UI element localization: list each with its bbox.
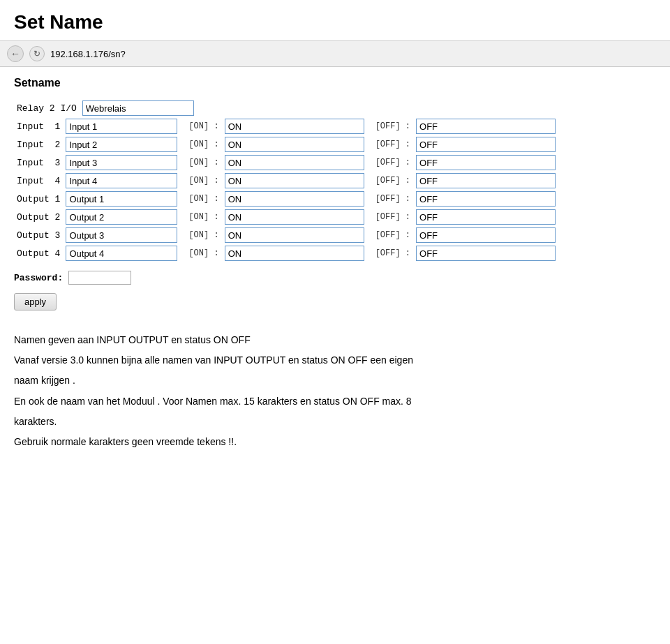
table-row-7: Output 3 [ON] : [OFF] : [14, 226, 558, 244]
row-on-prefix-1: [ON] : [180, 135, 221, 153]
row-label-4: Output 1 [14, 190, 63, 208]
row-off-prefix-7: [OFF] : [367, 244, 413, 262]
row-off-prefix-3: [OFF] : [367, 172, 413, 190]
row-off-input-3[interactable] [416, 173, 556, 188]
row-off-cell-2 [413, 153, 558, 172]
row-off-cell-5 [413, 208, 558, 226]
table-row-4: Input 4 [ON] : [OFF] : [14, 172, 558, 190]
row-on-input-0[interactable] [225, 119, 364, 134]
refresh-button[interactable]: ↻ [29, 46, 45, 61]
table-row-8: Output 4 [ON] : [OFF] : [14, 244, 558, 262]
row-name-cell-2 [63, 153, 180, 172]
row-on-prefix-3: [ON] : [180, 172, 221, 190]
row-off-prefix-4: [OFF] : [367, 190, 413, 208]
table-row-2: Input 2 [ON] : [OFF] : [14, 135, 558, 153]
row-on-input-7[interactable] [225, 246, 364, 261]
row-on-input-6[interactable] [225, 227, 364, 243]
row-off-cell-3 [413, 172, 558, 190]
row-off-input-0[interactable] [416, 119, 556, 134]
row-off-prefix-6: [OFF] : [367, 226, 413, 244]
row-name-input-1[interactable] [66, 137, 177, 152]
table-row-3: Input 3 [ON] : [OFF] : [14, 153, 558, 172]
row-off-input-4[interactable] [416, 191, 556, 207]
back-button[interactable]: ← [7, 45, 24, 62]
desc-line2: Vanaf versie 3.0 kunnen bijna alle namen… [14, 352, 656, 369]
apply-button[interactable]: apply [14, 293, 57, 310]
row-name-input-0[interactable] [66, 119, 177, 134]
desc-line1: Namen geven aan INPUT OUTPUT en status O… [14, 331, 656, 349]
row-on-input-4[interactable] [225, 191, 364, 207]
row-off-prefix-5: [OFF] : [367, 208, 413, 226]
row-off-prefix-2: [OFF] : [367, 153, 413, 172]
row-off-input-7[interactable] [416, 246, 556, 261]
row-label-6: Output 3 [14, 226, 63, 244]
content-area: Setname Relay 2 I/O Input 1 [ON] : [O [0, 67, 670, 467]
row-on-input-5[interactable] [225, 209, 364, 225]
row-on-cell-0 [222, 117, 367, 135]
password-input[interactable] [68, 271, 131, 285]
row-on-prefix-4: [ON] : [180, 190, 221, 208]
row-on-prefix-0: [ON] : [180, 117, 221, 135]
section-title: Setname [14, 77, 656, 89]
relay-label: Relay 2 I/O [14, 99, 80, 117]
row-name-input-7[interactable] [66, 246, 177, 261]
row-on-input-3[interactable] [225, 173, 364, 188]
row-label-1: Input 2 [14, 135, 63, 153]
table-row-1: Input 1 [ON] : [OFF] : [14, 117, 558, 135]
row-name-cell-1 [63, 135, 180, 153]
row-name-cell-4 [63, 190, 180, 208]
row-name-cell-0 [63, 117, 180, 135]
row-on-cell-6 [222, 226, 367, 244]
table-row-5: Output 1 [ON] : [OFF] : [14, 190, 558, 208]
desc-line6: Gebruik normale karakters geen vreemde t… [14, 433, 656, 451]
row-on-cell-4 [222, 190, 367, 208]
row-on-cell-1 [222, 135, 367, 153]
password-label: Password: [14, 273, 63, 283]
row-label-5: Output 2 [14, 208, 63, 226]
row-on-cell-2 [222, 153, 367, 172]
row-off-input-5[interactable] [416, 209, 556, 225]
row-name-cell-5 [63, 208, 180, 226]
browser-bar: ← ↻ 192.168.1.176/sn? [0, 40, 670, 67]
row-name-input-6[interactable] [66, 227, 177, 243]
desc-line4: En ook de naam van het Moduul . Voor Nam… [14, 393, 656, 410]
row-on-cell-7 [222, 244, 367, 262]
row-off-cell-0 [413, 117, 558, 135]
row-off-cell-4 [413, 190, 558, 208]
row-label-2: Input 3 [14, 153, 63, 172]
row-on-cell-3 [222, 172, 367, 190]
row-on-cell-5 [222, 208, 367, 226]
row-name-input-5[interactable] [66, 209, 177, 225]
row-name-input-3[interactable] [66, 173, 177, 188]
row-off-prefix-1: [OFF] : [367, 135, 413, 153]
row-off-input-2[interactable] [416, 155, 556, 170]
url-display: 192.168.1.176/sn? [50, 49, 126, 59]
row-name-cell-7 [63, 244, 180, 262]
row-label-0: Input 1 [14, 117, 63, 135]
relay-name-input[interactable] [82, 100, 194, 116]
row-off-input-1[interactable] [416, 137, 556, 152]
setname-table: Relay 2 I/O [14, 99, 219, 117]
row-off-prefix-0: [OFF] : [367, 117, 413, 135]
desc-line3: naam krijgen . [14, 372, 656, 389]
row-on-prefix-6: [ON] : [180, 226, 221, 244]
row-name-cell-3 [63, 172, 180, 190]
table-row-6: Output 2 [ON] : [OFF] : [14, 208, 558, 226]
password-row: Password: [14, 271, 656, 285]
row-on-prefix-2: [ON] : [180, 153, 221, 172]
row-off-cell-6 [413, 226, 558, 244]
row-on-input-1[interactable] [225, 137, 364, 152]
relay-row: Relay 2 I/O [14, 99, 219, 117]
row-off-input-6[interactable] [416, 227, 556, 243]
rows-table: Input 1 [ON] : [OFF] : Input 2 [ON] : [O… [14, 117, 558, 262]
row-name-input-2[interactable] [66, 155, 177, 170]
row-on-input-2[interactable] [225, 155, 364, 170]
row-on-prefix-5: [ON] : [180, 208, 221, 226]
row-label-3: Input 4 [14, 172, 63, 190]
row-off-cell-1 [413, 135, 558, 153]
row-label-7: Output 4 [14, 244, 63, 262]
description-area: Namen geven aan INPUT OUTPUT en status O… [14, 331, 656, 451]
row-off-cell-7 [413, 244, 558, 262]
row-name-cell-6 [63, 226, 180, 244]
row-name-input-4[interactable] [66, 191, 177, 207]
